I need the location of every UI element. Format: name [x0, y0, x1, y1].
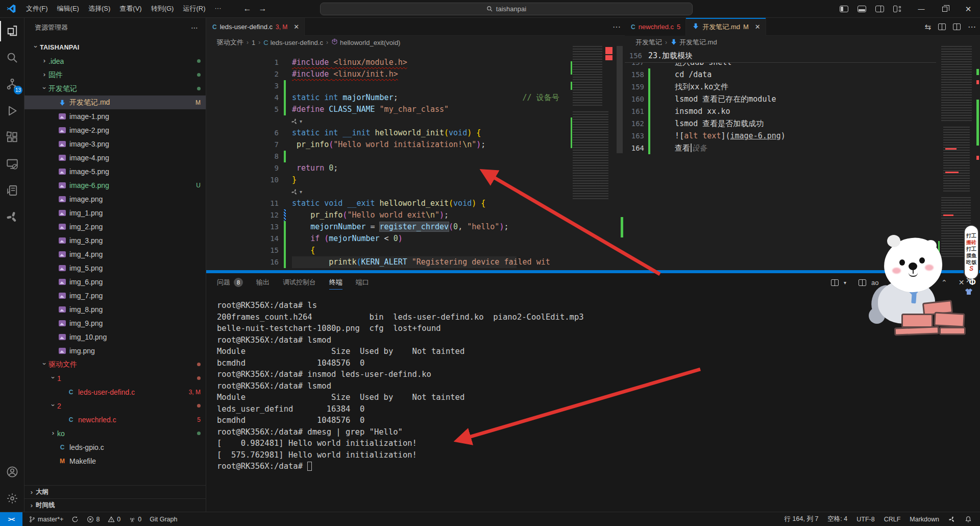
tree-item-img_3.png[interactable]: img_3.png: [24, 233, 206, 247]
tree-item-.idea[interactable]: ›.idea: [24, 54, 206, 68]
code-line-4[interactable]: 4static int majorNumber; // 设备号: [206, 92, 625, 104]
timeline-section[interactable]: ›时间线: [24, 498, 206, 512]
code-line-3[interactable]: 3: [206, 80, 625, 92]
inline-ai-suggestion-widget[interactable]: ▾: [206, 115, 625, 127]
activity-explorer-icon[interactable]: [0, 18, 24, 44]
md-line-161[interactable]: 161 insmod xx.ko: [625, 105, 936, 117]
status-encoding[interactable]: UTF-8: [856, 516, 874, 523]
status-errors[interactable]: 8: [87, 516, 100, 523]
activity-remote-explorer-icon[interactable]: [0, 151, 24, 177]
md-line-162[interactable]: 162 lsmod 查看是否加载成功: [625, 117, 936, 130]
open-changes-icon[interactable]: ⇆: [924, 22, 931, 32]
pet-phi-icon[interactable]: Φ: [969, 278, 975, 287]
status-git-branch[interactable]: master*+: [29, 516, 63, 523]
tree-item-2[interactable]: ›2: [24, 399, 206, 413]
code-line-9[interactable]: 9 return 0;: [206, 162, 625, 174]
outline-section[interactable]: ›大纲: [24, 485, 206, 498]
code-line-12[interactable]: 12 pr_info("Hello world exit\n");: [206, 209, 625, 221]
code-line-6[interactable]: 6static int __init helloworld_init(void)…: [206, 127, 625, 139]
tree-item-image-2.png[interactable]: image-2.png: [24, 123, 206, 137]
code-line-10[interactable]: 10}: [206, 174, 625, 186]
markdown-preview-icon[interactable]: [938, 23, 946, 30]
status-sync[interactable]: [71, 516, 79, 523]
tree-item-image-4.png[interactable]: image-4.png: [24, 151, 206, 164]
chevron-down-icon[interactable]: ▾: [844, 280, 846, 285]
status-ports[interactable]: 0: [129, 516, 141, 523]
code-line-8[interactable]: 8: [206, 151, 625, 162]
menu-item-3[interactable]: 查看(V): [115, 2, 146, 15]
customize-layout-icon[interactable]: [893, 6, 902, 13]
pet-speech-bubble[interactable]: 打工搬砖打工摸鱼吃饭S: [964, 225, 979, 280]
pet-shirt-icon[interactable]: [965, 288, 973, 297]
status-indentation[interactable]: 空格: 4: [827, 515, 847, 523]
toggle-sidebar-icon[interactable]: [840, 6, 848, 12]
activity-ai-assistant-icon[interactable]: [0, 204, 24, 230]
split-editor-icon[interactable]: [953, 23, 961, 30]
code-line-2[interactable]: 2#include <linux/init.h>: [206, 68, 625, 80]
terminal-output[interactable]: root@RK356X:/data# ls200frames_count.h26…: [217, 300, 975, 512]
panel-tab-调试控制台[interactable]: 调试控制台: [283, 273, 316, 292]
tree-item-img_8.png[interactable]: img_8.png: [24, 302, 206, 316]
breadcrumb-item[interactable]: 1: [252, 39, 255, 46]
nav-forward-icon[interactable]: →: [258, 4, 266, 13]
tree-item-ko[interactable]: ›ko: [24, 426, 206, 440]
explorer-more-actions-icon[interactable]: ⋯: [191, 23, 199, 32]
md-line-158[interactable]: 158 cd /data: [625, 68, 936, 81]
breadcrumb-item[interactable]: helloworld_exit(void): [331, 38, 401, 46]
breadcrumb-item[interactable]: 开发笔记.md: [670, 38, 717, 47]
toggle-secondary-sidebar-icon[interactable]: [875, 6, 884, 12]
md-line-159[interactable]: 159 找到xx.ko文件: [625, 81, 936, 93]
panel-tab-输出[interactable]: 输出: [256, 273, 270, 292]
tree-item-TAISHANPAI[interactable]: ›TAISHANPAI: [24, 40, 206, 54]
panel-resize-sash[interactable]: [206, 270, 980, 273]
md-line-164[interactable]: 164 查看设备: [625, 142, 936, 154]
menu-item-1[interactable]: 编辑(E): [53, 2, 84, 15]
menu-item-6[interactable]: ···: [210, 2, 226, 15]
editor-more-actions-icon[interactable]: ···: [612, 22, 621, 32]
activity-run-debug-icon[interactable]: [0, 98, 24, 124]
scrollbar[interactable]: [617, 46, 623, 153]
status-git-graph[interactable]: Git Graph: [150, 516, 177, 523]
tree-item-img_9.png[interactable]: img_9.png: [24, 316, 206, 330]
tree-item-固件[interactable]: ›固件: [24, 68, 206, 82]
tree-item-开发笔记.md[interactable]: 开发笔记.mdM: [24, 95, 206, 109]
remote-indicator[interactable]: ><: [0, 512, 22, 526]
breadcrumb-item[interactable]: 驱动文件: [217, 38, 243, 47]
menu-item-4[interactable]: 转到(G): [146, 2, 179, 15]
tree-item-image-5.png[interactable]: image-5.png: [24, 164, 206, 178]
status-warnings[interactable]: 0: [108, 516, 120, 523]
menu-item-2[interactable]: 选择(S): [84, 2, 115, 15]
menu-item-0[interactable]: 文件(F): [21, 2, 53, 15]
tree-item-img_5.png[interactable]: img_5.png: [24, 261, 206, 275]
tab-newchrled.c[interactable]: Cnewchrled.c5: [625, 18, 686, 36]
breadcrumb-item[interactable]: Cleds-user-defind.c: [263, 39, 323, 46]
code-line-13[interactable]: 13 mejornNumber = register_chrdev(0, "he…: [206, 221, 625, 233]
activity-search-icon[interactable]: [0, 44, 24, 71]
panel-tab-问题[interactable]: 问题8: [217, 273, 243, 292]
activity-source-control-icon[interactable]: 13: [0, 71, 24, 98]
tree-item-img_6.png[interactable]: img_6.png: [24, 275, 206, 289]
window-close-button[interactable]: ✕: [957, 0, 980, 18]
code-line-7[interactable]: 7 pr_info("Hello world initialization!\n…: [206, 139, 625, 151]
tree-item-img_4.png[interactable]: img_4.png: [24, 247, 206, 261]
activity-settings-icon[interactable]: [0, 485, 24, 512]
tree-item-img_10.png[interactable]: img_10.png: [24, 330, 206, 344]
tree-item-开发笔记[interactable]: ›开发笔记: [24, 82, 206, 95]
tree-item-img_1.png[interactable]: img_1.png: [24, 206, 206, 220]
tab-close-icon[interactable]: ✕: [293, 23, 299, 31]
tree-item-newchrled.c[interactable]: Cnewchrled.c5: [24, 413, 206, 426]
status-language-mode[interactable]: Markdown: [910, 516, 939, 523]
tree-item-img_2.png[interactable]: img_2.png: [24, 220, 206, 233]
window-minimize-button[interactable]: —: [910, 0, 933, 18]
tree-item-img_7.png[interactable]: img_7.png: [24, 289, 206, 302]
tree-item-image-3.png[interactable]: image-3.png: [24, 137, 206, 151]
code-line-1[interactable]: 1#include <linux/module.h>: [206, 57, 625, 68]
tree-item-img.png[interactable]: img.png: [24, 344, 206, 357]
tree-item-image-6.png[interactable]: image-6.pngU: [24, 178, 206, 192]
code-line-14[interactable]: 14 if (mejorNumber < 0): [206, 233, 625, 245]
status-eol[interactable]: CRLF: [884, 516, 901, 523]
md-line-160[interactable]: 160 lsmod 查看已存在的module: [625, 93, 936, 105]
tab-close-icon[interactable]: ✕: [755, 23, 761, 31]
tree-item-image.png[interactable]: image.png: [24, 192, 206, 206]
split-terminal-icon[interactable]: [831, 279, 839, 286]
